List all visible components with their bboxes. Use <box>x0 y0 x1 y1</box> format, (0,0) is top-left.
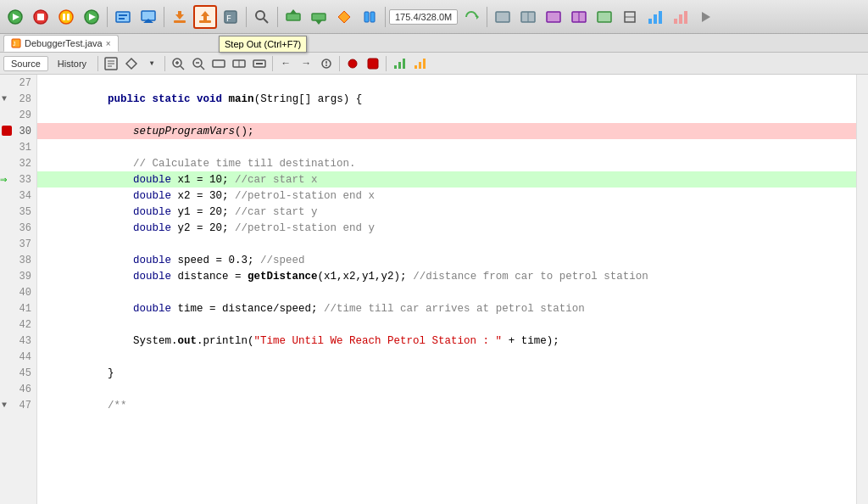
line-43: 43 <box>0 333 36 349</box>
sep4 <box>277 7 278 27</box>
toolbar-btn-16[interactable] <box>618 5 642 29</box>
src-btn-fwd[interactable]: → <box>297 55 315 72</box>
line-42: 42 <box>0 316 36 333</box>
src-btn-chart3[interactable] <box>410 55 429 72</box>
src-btn-breakpoint[interactable] <box>343 55 362 72</box>
toolbar-btn-right[interactable] <box>694 5 718 29</box>
code-line-39: double distance = getDistance(x1,x2,y1,y… <box>37 268 856 284</box>
src-btn-zoom-in[interactable] <box>169 55 187 72</box>
toolbar-btn-3[interactable] <box>111 5 135 29</box>
src-btn-stop[interactable] <box>364 55 382 72</box>
code-line-45: } <box>37 365 856 381</box>
code-line-29 <box>37 107 856 123</box>
file-tab[interactable]: J DebuggerTest.java × <box>3 35 119 52</box>
tab-close[interactable]: × <box>106 39 111 48</box>
minimap-scroll[interactable] <box>856 75 868 504</box>
svg-rect-38 <box>598 12 611 22</box>
src-btn-4[interactable] <box>209 55 228 72</box>
toolbar-btn-chart[interactable] <box>643 5 667 29</box>
toolbar-btn-6[interactable]: F <box>219 5 242 29</box>
src-sep2 <box>164 56 165 71</box>
tooltip: Step Out (Ctrl+F7) <box>219 36 307 53</box>
code-line-44 <box>37 349 856 365</box>
step-out-button[interactable] <box>193 5 217 29</box>
expand-28[interactable]: ▼ <box>2 94 7 104</box>
svg-rect-66 <box>256 63 263 64</box>
svg-rect-45 <box>679 14 682 24</box>
toolbar-btn-14[interactable] <box>567 5 591 29</box>
line-34: 34 <box>0 188 36 204</box>
toolbar-btn-8[interactable] <box>307 5 331 29</box>
sep2 <box>164 7 164 27</box>
code-editor[interactable]: public static void main(String[] args) {… <box>37 75 856 504</box>
svg-rect-46 <box>684 11 687 24</box>
src-btn-1[interactable] <box>102 55 120 72</box>
line-46: 46 <box>0 381 36 397</box>
line-31: 31 <box>0 139 36 155</box>
src-btn-7[interactable] <box>317 55 336 72</box>
toolbar-btn-15[interactable] <box>593 5 616 29</box>
line-40: 40 <box>0 284 36 300</box>
toolbar-btn-stop[interactable] <box>29 5 53 29</box>
code-line-36: double y2 = 20; //petrol-station end y <box>37 220 856 236</box>
toolbar-btn-download[interactable] <box>168 5 192 29</box>
src-btn-2[interactable] <box>122 55 141 72</box>
line-30: 30 <box>0 123 36 139</box>
src-btn-3[interactable]: ▾ <box>142 55 161 72</box>
line-47: ▼ 47 <box>0 397 36 413</box>
line-32: 32 <box>0 155 36 171</box>
toolbar-btn-4[interactable] <box>136 5 160 29</box>
code-line-37 <box>37 236 856 252</box>
toolbar-gc[interactable] <box>459 5 483 29</box>
source-tab[interactable]: Source <box>3 56 48 71</box>
toolbar-btn-1[interactable] <box>3 5 27 29</box>
svg-rect-62 <box>213 60 225 67</box>
toolbar-btn-pause[interactable] <box>54 5 78 29</box>
svg-line-60 <box>201 66 204 70</box>
svg-point-70 <box>348 59 357 68</box>
svg-rect-71 <box>368 59 378 69</box>
src-btn-back[interactable]: ← <box>276 55 295 72</box>
svg-text:F: F <box>226 14 231 24</box>
toolbar-btn-11[interactable] <box>491 5 515 29</box>
toolbar-btn-resume[interactable] <box>80 5 103 29</box>
src-btn-chart2[interactable] <box>390 55 409 72</box>
svg-marker-28 <box>338 11 350 23</box>
svg-text:J: J <box>13 41 16 47</box>
toolbar-btn-search[interactable] <box>250 5 274 29</box>
svg-rect-5 <box>63 14 65 20</box>
breakpoint-icon[interactable] <box>2 126 12 136</box>
svg-rect-29 <box>364 12 369 22</box>
src-btn-zoom-out[interactable] <box>189 55 208 72</box>
toolbar-btn-13[interactable] <box>542 5 565 29</box>
toolbar-btn-9[interactable] <box>332 5 356 29</box>
code-line-43: System.out.println("Time Until We Reach … <box>37 333 856 349</box>
svg-line-56 <box>181 66 184 70</box>
svg-rect-14 <box>174 20 186 23</box>
tab-filename: DebuggerTest.java <box>25 38 103 48</box>
expand-47[interactable]: ▼ <box>2 400 7 410</box>
history-tab[interactable]: History <box>50 56 94 71</box>
src-btn-6[interactable] <box>250 55 269 72</box>
svg-marker-25 <box>290 9 297 14</box>
memory-indicator: 175.4/328.0M <box>389 9 458 25</box>
toolbar-btn-17[interactable] <box>669 5 693 29</box>
svg-rect-26 <box>312 14 326 20</box>
svg-rect-73 <box>398 62 401 69</box>
code-line-30: setupProgramVars(); <box>37 123 856 139</box>
svg-rect-6 <box>67 14 70 20</box>
line-35: 35 <box>0 204 36 220</box>
toolbar-btn-10[interactable] <box>358 5 381 29</box>
line-37: 37 <box>0 236 36 252</box>
sep1 <box>107 7 108 27</box>
svg-rect-35 <box>547 12 560 22</box>
line-29: 29 <box>0 107 36 123</box>
toolbar-btn-12[interactable] <box>516 5 540 29</box>
svg-rect-75 <box>415 65 417 69</box>
src-btn-5[interactable] <box>230 55 248 72</box>
svg-rect-19 <box>203 16 207 22</box>
code-line-28: public static void main(String[] args) { <box>37 91 856 107</box>
toolbar-btn-7[interactable] <box>281 5 305 29</box>
line-38: 38 <box>0 252 36 268</box>
svg-rect-24 <box>287 14 300 20</box>
